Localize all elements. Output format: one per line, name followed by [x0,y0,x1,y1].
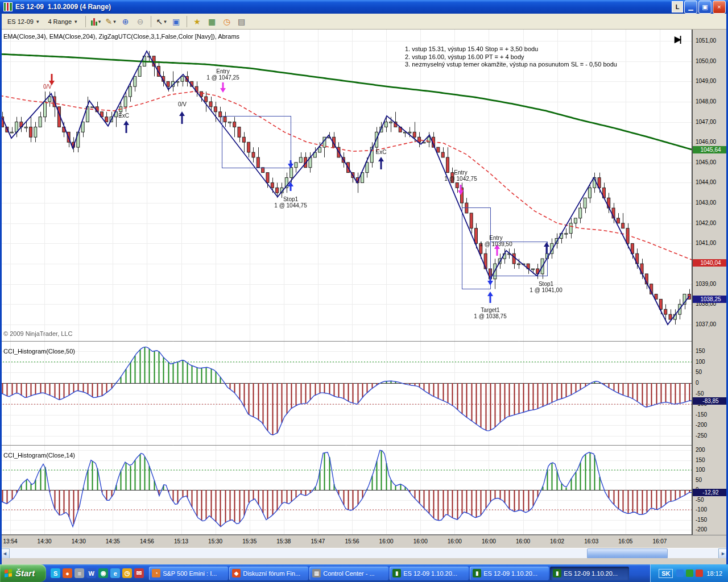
alert-clock-icon[interactable]: ◷ [220,15,234,28]
chart-icon: ▮ [392,569,401,577]
taskbar-task-button[interactable]: ▮ES 12-09 1.10.20... [470,567,549,580]
instrument-combo[interactable]: ES 12-09 ▾ [3,16,43,27]
data-grid-icon[interactable]: ▤ [234,15,249,28]
alert-clock-icon-glyph: ◷ [223,17,230,26]
start-button[interactable]: Štart [0,564,46,582]
time-axis-label: 15:13 [174,538,188,544]
chart-annotation: Entry [489,235,502,241]
data-grid-icon-glyph: ▤ [238,17,245,26]
clock-icon[interactable]: ◷ [122,568,132,578]
trade-note-line: 2. vstup 16.00, výstup 16.00 PT = + 4 bo… [405,53,524,60]
time-axis-label: 15:56 [345,538,359,544]
draw-tools-icon[interactable]: ✎▾ [104,15,118,28]
chart-plot[interactable] [0,30,692,535]
link-button[interactable]: L [672,1,683,13]
time-axis-label: 16:00 [516,538,530,544]
zoom-out-icon-glyph: ⊖ [137,17,144,26]
cci14-axis-label: 150 [696,457,705,463]
mail-icon[interactable]: ✉ [134,568,144,578]
window-title: ES 12-09 1.10.2009 (4 Range) [15,3,111,11]
cci50-axis-label: -50 [696,390,704,397]
task-buttons: ◔S&P 500 Emini : I...◆Diskuzní fórum Fin… [148,567,650,580]
cursor-icon[interactable]: ↖▾ [154,15,169,28]
word-icon[interactable]: W [86,568,96,578]
chart-annotation: Stop1 [539,281,553,287]
task-label: S&P 500 Emini : I... [163,570,217,577]
chevron-down-icon: ▾ [164,19,167,24]
cci14-axis-label: -150 [696,517,707,523]
chart-style-icon[interactable]: ▾ [89,15,104,28]
chart-annotation: 0/V [178,101,187,107]
ie-icon[interactable]: e [110,568,120,578]
export-excel-icon[interactable]: ▦ [205,15,220,28]
chart-regions-icon[interactable]: ▣ [169,15,184,28]
media-player-icon[interactable]: ● [63,568,72,578]
task-label: ES 12-09 1.10.20... [564,570,618,577]
zoom-out-icon[interactable]: ⊖ [133,15,148,28]
chart-regions-icon-glyph: ▣ [172,17,180,26]
zoom-in-icon[interactable]: ⊕ [118,15,133,28]
price-axis-label: 1043,00 [696,199,716,206]
horizontal-scrollbar[interactable]: ◄ ► [0,548,728,559]
price-axis-label: 1042,00 [696,220,716,226]
cci50-panel-label: CCI_Histogram(Close,50) [3,348,75,355]
tray-icon-2[interactable] [686,569,693,577]
time-axis-label: 16:07 [652,538,667,544]
language-indicator[interactable]: SK [659,569,673,578]
scroll-thumb[interactable] [587,548,668,559]
maximize-button[interactable]: ▣ [698,1,712,14]
chart-trader-icon[interactable]: ★ [190,15,205,28]
chart-icon: ▮ [473,569,481,577]
notes-icon[interactable]: ≡ [75,568,84,578]
window-icon: ▦ [312,569,321,577]
minimize-button[interactable]: ▁ [684,1,697,14]
trade-note-line: 1. vstup 15.31, výstup 15.40 Stop = + 3,… [405,45,538,52]
cci50-axis-label: 150 [696,348,705,354]
chart-window: EMA(Close,34), EMA(Close,204), ZigZagUTC… [0,30,728,564]
taskbar-task-button[interactable]: ▦Control Center - ... [309,567,388,580]
taskbar-task-button[interactable]: ▮ES 12-09 1.10.20... [550,567,629,580]
cci50-axis-label: -200 [696,422,707,428]
globe-icon[interactable]: ◉ [98,568,108,578]
axis-value-box: -83,85 [693,397,728,405]
close-button[interactable]: × [713,1,726,14]
price-axis-label: 1047,00 [696,119,716,125]
time-axis-label: 15:35 [242,538,257,544]
tray-icon-1[interactable] [676,569,684,577]
taskbar-task-button[interactable]: ◔S&P 500 Emini : I... [149,567,228,580]
tray-icon-3[interactable] [696,569,703,577]
toolbar-separator [187,16,187,27]
toolbar-icons: ▾✎▾⊕⊖↖▾▣★▦◷▤ [89,15,249,28]
chart-annotation: 1 @ 1041,00 [530,287,562,293]
taskbar-task-button[interactable]: ◆Diskuzní fórum Fin... [229,567,308,580]
jump-to-end-icon[interactable]: ▶| [675,34,680,44]
export-excel-icon-glyph: ▦ [208,17,216,26]
price-axis-label: 1044,00 [696,179,716,185]
instrument-label: ES 12-09 [7,18,34,25]
cursor-icon-glyph: ↖ [156,17,163,26]
time-axis: 13:5414:3014:3014:3514:5615:1315:3015:35… [0,535,728,548]
cci14-axis-label: 100 [696,467,705,473]
cci50-axis-label: -250 [696,433,707,439]
task-label: ES 12-09 1.10.20... [483,570,537,577]
interval-combo[interactable]: 4 Range ▾ [44,16,81,27]
chevron-down-icon: ▾ [36,19,39,24]
forum-icon: ◆ [232,569,241,577]
chart-toolbar: ES 12-09 ▾ 4 Range ▾ ▾✎▾⊕⊖↖▾▣★▦◷▤ [0,14,728,30]
task-label: Control Center - ... [323,570,374,577]
chevron-down-icon: ▾ [75,19,77,24]
app-icon [3,2,13,11]
trade-note-line: 3. nezmyselný vstup temer okamžite, výst… [405,61,617,68]
cci14-panel-label: CCI_Histogram(Close,14) [3,452,75,459]
status-strip [0,558,728,564]
taskbar-task-button[interactable]: ▮ES 12-09 1.10.20... [390,567,469,580]
desktop: ES 12-09 1.10.2009 (4 Range) L ▁ ▣ × ES … [0,0,728,582]
price-axis-label: 1037,00 [696,321,716,327]
quick-launch: S●≡W◉e◷✉ [46,568,148,578]
skype-icon[interactable]: S [51,568,60,578]
chart-annotation: Entry [454,169,467,176]
window-border-left [0,14,2,564]
cci50-axis-label: -150 [696,411,707,418]
tray-icons [676,569,703,577]
time-axis-label: 15:38 [276,538,291,544]
